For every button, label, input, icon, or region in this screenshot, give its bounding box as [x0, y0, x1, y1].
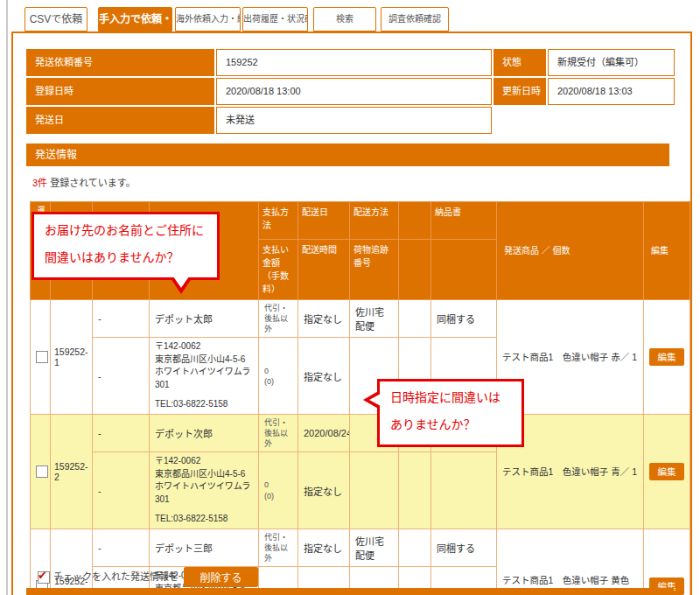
payment-method: 代引・後払以外	[259, 528, 298, 566]
invoice-sub-cell	[431, 452, 497, 529]
updated-value: 2020/08/18 13:03	[548, 78, 675, 105]
edit-column-header: 編集	[644, 202, 690, 300]
delivery-date: 2020/08/24	[298, 414, 350, 452]
delivery-date: 指定なし	[298, 300, 350, 338]
section-title: 発送情報	[26, 144, 669, 166]
payment-amount: 0 (0)	[259, 452, 298, 529]
payment-method-header: 支払方法	[259, 202, 298, 240]
delivery-method-header: 配送方法	[350, 202, 399, 240]
request-no-label: 発送依頼番号	[26, 49, 214, 76]
bubble-tail	[369, 394, 381, 406]
tab-shipping-history[interactable]: 出荷履歴・状況確認	[242, 7, 308, 32]
payment-method: 代引・後払以外	[259, 300, 298, 338]
shipment-id: 159252-2	[51, 414, 93, 528]
annotation-bubble-datetime: 日時指定に間違いは ありませんか？	[377, 379, 524, 447]
bulk-action-label: チェックを入れた発送情報を	[53, 571, 178, 582]
tab-investigation-request[interactable]: 調査依頼確認	[381, 7, 449, 32]
delete-button[interactable]: 削除する	[184, 567, 258, 587]
spacer-cell	[399, 300, 431, 338]
delivery-time: 指定なし	[298, 452, 350, 529]
table-row: 159252-3 - デポット三郎 代引・後払以外 指定なし 佐川宅配便 同梱す…	[31, 528, 690, 566]
edit-cell: 編集	[644, 414, 690, 528]
invoice-option: 同梱する	[431, 528, 497, 566]
product-quantity: テスト商品1 色違い帽子 黄色／ 1	[497, 528, 644, 595]
next-section-bar	[26, 588, 674, 595]
delivery-time: 指定なし	[298, 338, 350, 415]
tracking-number	[350, 452, 399, 529]
payment-amount: 0 (0)	[259, 338, 298, 415]
tab-csv-request[interactable]: CSVで依頼	[24, 7, 88, 32]
edit-button[interactable]: 編集	[649, 463, 684, 480]
ship-date-value: 未発送	[216, 107, 492, 134]
row-checkbox[interactable]	[36, 466, 48, 478]
invoice-sub-header	[431, 240, 497, 300]
recipient-name: デポット次郎	[150, 414, 259, 452]
updated-label: 更新日時	[494, 78, 546, 105]
bulk-select-checkbox[interactable]: ✔	[38, 571, 50, 584]
edit-cell: 編集	[644, 528, 690, 595]
status-label: 状態	[494, 49, 546, 76]
spacer-header	[399, 240, 431, 300]
spacer-cell	[399, 528, 431, 566]
ship-date-label: 発送日	[26, 107, 214, 134]
tab-overseas-request[interactable]: 海外依頼入力・編集	[175, 7, 241, 32]
request-no-value: 159252	[216, 49, 492, 76]
recipient-address: 〒142-0062 東京都品川区小山4-5-6 ホワイトハイツイワムラ301 T…	[150, 452, 259, 529]
table-row: 159252-1 - デポット太郎 代引・後払以外 指定なし 佐川宅配便 同梱す…	[31, 300, 690, 338]
tab-manual-request-edit[interactable]: 手入力で依頼・編集	[98, 7, 172, 32]
page-edge-line	[6, 0, 8, 595]
shipment-summary: 発送依頼番号 159252 状態 新規受付（編集可） 登録日時 2020/08/…	[26, 49, 675, 134]
delivery-date-header: 配送日	[298, 202, 350, 240]
summary-blank	[494, 107, 546, 134]
delivery-time-header: 配送時間	[298, 240, 350, 300]
tracking-number-header: 荷物追跡番号	[350, 240, 399, 300]
record-count: 3件 登録されています。	[32, 175, 136, 189]
delivery-date: 指定なし	[298, 528, 350, 566]
product-quantity-header: 発送商品 ／ 個数	[497, 202, 644, 300]
edit-cell: 編集	[644, 300, 690, 415]
dash-cell: -	[93, 528, 150, 566]
main-panel: 発送依頼番号 159252 状態 新規受付（編集可） 登録日時 2020/08/…	[11, 32, 692, 595]
edit-button[interactable]: 編集	[649, 348, 684, 366]
invoice-option: 同梱する	[431, 300, 497, 338]
row-checkbox[interactable]	[36, 351, 48, 363]
payment-amount-header: 支払い金額（手数料）	[259, 240, 298, 300]
delivery-company: 佐川宅配便	[350, 300, 399, 338]
recipient-name: デポット三郎	[150, 528, 259, 566]
status-value: 新規受付（編集可）	[548, 49, 675, 76]
recipient-tel: TEL:03-6822-5158	[155, 513, 253, 526]
invoice-header: 納品書	[431, 202, 497, 240]
shipment-id: 159252-1	[51, 300, 93, 415]
dash-cell: -	[93, 338, 150, 415]
row-checkbox-cell	[31, 414, 51, 528]
recipient-tel: TEL:03-6822-5158	[155, 398, 253, 411]
tab-search[interactable]: 検索	[313, 7, 376, 32]
spacer-cell	[399, 452, 431, 529]
dash-cell: -	[93, 414, 150, 452]
check-icon: ✔	[38, 569, 47, 582]
recipient-name: デポット太郎	[150, 300, 259, 338]
row-checkbox-cell	[31, 300, 51, 415]
bubble-tail	[173, 276, 189, 288]
table-row: 159252-2 - デポット次郎 代引・後払以外 2020/08/24 テスト…	[31, 414, 690, 452]
payment-method: 代引・後払以外	[259, 414, 298, 452]
annotation-bubble-address: お届け先のお名前とご住所に 間違いはありませんか？	[32, 212, 220, 280]
bulk-action-row: ✔チェックを入れた発送情報を	[38, 569, 178, 588]
dash-cell: -	[93, 300, 150, 338]
spacer-header	[399, 202, 431, 240]
record-count-text: 登録されています。	[47, 178, 136, 188]
summary-blank	[548, 107, 675, 134]
recipient-address: 〒142-0062 東京都品川区小山4-5-6 ホワイトハイツイワムラ301 T…	[150, 338, 259, 415]
delivery-company: 佐川宅配便	[350, 528, 399, 566]
dash-cell: -	[93, 452, 150, 529]
registered-label: 登録日時	[26, 78, 214, 105]
record-count-number: 3件	[32, 178, 47, 188]
registered-value: 2020/08/18 13:00	[216, 78, 492, 105]
